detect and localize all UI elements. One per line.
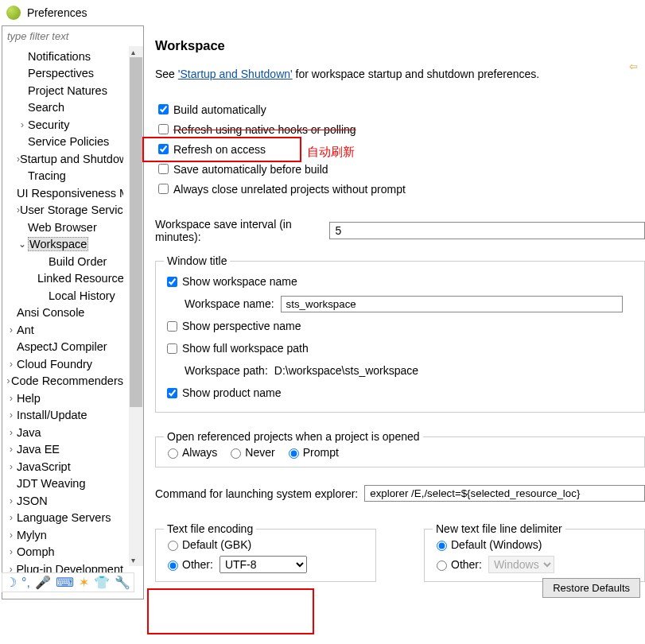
open-ref-always-label: Always	[182, 446, 217, 459]
tree-item[interactable]: Perspectives	[2, 65, 123, 83]
delimiter-default-label: Default (Windows)	[451, 538, 542, 551]
tree-item[interactable]: ›Code Recommenders	[2, 373, 123, 390]
filter-input[interactable]	[2, 26, 143, 46]
intro-text: See 'Startup and Shutdown' for workspace…	[155, 68, 645, 80]
startup-shutdown-link[interactable]: 'Startup and Shutdown'	[178, 68, 293, 80]
back-icon[interactable]: ⇦	[629, 60, 642, 73]
encoding-default-radio[interactable]	[168, 541, 178, 551]
tree-item[interactable]: JDT Weaving	[2, 475, 123, 493]
tree-item-label: JSON	[17, 495, 48, 507]
chevron-right-icon[interactable]: ›	[6, 427, 17, 438]
tree-item[interactable]: ›Oomph	[2, 544, 123, 561]
tree-item[interactable]: ›Mylyn	[2, 526, 123, 544]
scroll-up-icon[interactable]: ▴	[131, 48, 135, 56]
scroll-down-icon[interactable]: ▾	[131, 556, 135, 564]
tree-scrollbar[interactable]: ▴ ▾	[129, 46, 143, 566]
tree-item[interactable]: ›JavaScript	[2, 458, 123, 475]
show-full-path-checkbox[interactable]	[167, 343, 177, 354]
open-ref-always-radio[interactable]	[168, 448, 178, 459]
build-automatically-label: Build automatically	[173, 103, 266, 116]
show-product-label: Show product name	[182, 386, 282, 399]
window-title-fieldset: Window title Show workspace name Workspa…	[155, 254, 645, 413]
refresh-native-checkbox[interactable]	[158, 124, 169, 134]
chevron-right-icon[interactable]: ›	[6, 546, 17, 557]
tree-item[interactable]: ›Install/Update	[2, 407, 123, 425]
ws-name-input[interactable]	[281, 296, 623, 312]
tree-item[interactable]: Project Natures	[2, 82, 123, 99]
tree-item[interactable]: Tracing	[2, 168, 123, 185]
annotation-text: 自动刷新	[307, 145, 355, 160]
close-unrelated-checkbox[interactable]	[158, 184, 169, 194]
tree-item[interactable]: ›Java	[2, 424, 123, 441]
open-ref-prompt-radio[interactable]	[289, 448, 299, 459]
chevron-right-icon[interactable]: ›	[6, 393, 17, 404]
tree-item-label: JavaScript	[17, 460, 71, 473]
open-ref-never-radio[interactable]	[231, 448, 241, 459]
tree-item[interactable]: ›Java EE	[2, 441, 123, 459]
tree-item[interactable]: UI Responsiveness Monitoring	[2, 184, 123, 202]
wrench-icon[interactable]: 🔧	[115, 575, 130, 590]
content-area: Workspace ⇦ See 'Startup and Shutdown' f…	[144, 25, 645, 599]
chevron-right-icon[interactable]: ›	[6, 359, 17, 370]
preference-tree[interactable]: NotificationsPerspectivesProject Natures…	[2, 46, 123, 578]
chevron-right-icon[interactable]: ›	[6, 461, 17, 472]
tree-item[interactable]: Ansi Console	[2, 305, 123, 322]
tree-item-label: Install/Update	[17, 409, 87, 421]
save-interval-input[interactable]	[329, 222, 645, 239]
chevron-right-icon[interactable]: ›	[6, 324, 17, 336]
build-automatically-checkbox[interactable]	[158, 104, 169, 114]
system-explorer-input[interactable]	[364, 485, 645, 502]
chevron-right-icon[interactable]: ›	[6, 512, 17, 523]
tree-item[interactable]: Web Browser	[2, 219, 123, 236]
tree-item[interactable]: ›Help	[2, 390, 123, 407]
tree-item[interactable]: Search	[2, 99, 123, 117]
tree-item[interactable]: AspectJ Compiler	[2, 339, 123, 356]
shirt-icon[interactable]: 👕	[94, 575, 110, 590]
delimiter-default-radio[interactable]	[437, 541, 447, 551]
tree-item[interactable]: ›Cloud Foundry	[2, 355, 123, 373]
restore-defaults-button[interactable]: Restore Defaults	[542, 578, 640, 598]
keyboard-icon[interactable]: ⌨	[56, 575, 74, 590]
tree-item-label: Language Servers	[17, 511, 111, 524]
tree-item[interactable]: ›Language Servers	[2, 510, 123, 527]
show-perspective-checkbox[interactable]	[167, 321, 177, 332]
delimiter-fieldset: New text file line delimiter Default (Wi…	[424, 522, 645, 582]
microphone-icon[interactable]: 🎤	[35, 575, 51, 590]
drops-icon[interactable]: °,	[21, 576, 30, 590]
encoding-other-select[interactable]: UTF-8	[220, 556, 307, 573]
tree-item[interactable]: ›Security	[2, 116, 123, 134]
chevron-right-icon[interactable]: ›	[6, 530, 17, 541]
chevron-down-icon[interactable]: ⌄	[17, 239, 28, 250]
tree-item[interactable]: ›Startup and Shutdown	[2, 150, 123, 168]
window-title: Preferences	[27, 6, 87, 19]
open-ref-never-label: Never	[245, 446, 274, 459]
tree-item[interactable]: ›Ant	[2, 321, 123, 339]
save-auto-checkbox[interactable]	[158, 164, 169, 174]
chevron-right-icon[interactable]: ›	[6, 444, 17, 455]
title-bar: Preferences	[0, 0, 645, 25]
tree-item[interactable]: Linked Resources	[2, 270, 123, 288]
chevron-right-icon[interactable]: ›	[6, 495, 17, 506]
tree-item-label: Oomph	[17, 545, 55, 558]
show-ws-name-checkbox[interactable]	[167, 277, 177, 287]
chevron-right-icon[interactable]: ›	[6, 375, 11, 386]
tree-item-label: Tracing	[28, 169, 66, 182]
refresh-on-access-checkbox[interactable]	[158, 144, 169, 154]
tree-item[interactable]: ›User Storage Service	[2, 202, 123, 219]
tree-item[interactable]: Local History	[2, 287, 123, 305]
tree-item[interactable]: Notifications	[2, 48, 123, 65]
encoding-other-radio[interactable]	[168, 561, 178, 571]
show-product-checkbox[interactable]	[167, 388, 177, 398]
tree-item[interactable]: ›JSON	[2, 492, 123, 510]
scrollbar-thumb[interactable]	[130, 57, 142, 407]
chevron-right-icon[interactable]: ›	[17, 119, 28, 130]
ws-path-label: Workspace path:	[185, 364, 268, 377]
delimiter-other-select[interactable]: Windows	[488, 556, 554, 573]
tree-item[interactable]: ⌄Workspace	[2, 236, 123, 254]
spark-icon[interactable]: ✶	[79, 575, 89, 590]
tree-item[interactable]: Service Policies	[2, 134, 123, 151]
tree-item[interactable]: Build Order	[2, 253, 123, 270]
delimiter-other-radio[interactable]	[437, 561, 447, 571]
moon-icon[interactable]: ☽	[6, 575, 17, 590]
chevron-right-icon[interactable]: ›	[6, 409, 17, 421]
